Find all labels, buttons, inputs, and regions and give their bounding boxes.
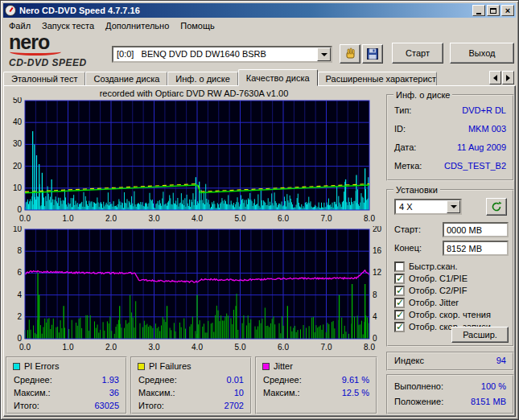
tab-disc-info[interactable]: Инф. о диске: [167, 72, 237, 86]
svg-text:6.0: 6.0: [278, 343, 289, 352]
checkbox-label: Отобр. C1/PIE: [409, 274, 468, 283]
stat-label: Среднее:: [14, 375, 52, 385]
advanced-button[interactable]: Расшир.: [451, 327, 509, 343]
svg-text:10: 10: [13, 226, 23, 233]
stat-label: Итого:: [14, 401, 39, 410]
disc-id-value: MKM 003: [468, 124, 506, 134]
checkbox-show-c2-pif[interactable]: Отобр. C2/PIF: [394, 285, 467, 296]
pi-failures-statbox: PI Failures Среднее:0.01 Максим.:10 Итог…: [130, 356, 252, 414]
scan-end-input[interactable]: [443, 241, 509, 256]
svg-text:7.0: 7.0: [321, 343, 332, 352]
tab-create-disc[interactable]: Создание диска: [85, 72, 167, 86]
stat-value: 12.5 %: [342, 388, 369, 397]
disc-info-label: Дата:: [394, 142, 416, 152]
tab-disc-quality[interactable]: Качество диска: [238, 69, 318, 86]
tab-benchmark[interactable]: Эталонный тест: [3, 72, 85, 86]
index-label: Индекс: [394, 356, 424, 365]
disc-info-label: Метка:: [394, 161, 422, 171]
svg-text:4.0: 4.0: [192, 214, 203, 223]
tab-scroll-right-button[interactable]: [502, 71, 514, 84]
svg-text:2.0: 2.0: [105, 214, 117, 223]
checkbox-box[interactable]: [394, 286, 405, 296]
disc-info-label: Тип:: [394, 105, 411, 115]
stat-value: 0.01: [227, 375, 244, 385]
menu-advanced[interactable]: Дополнительно: [100, 20, 175, 31]
tab-advanced-quality[interactable]: Расширенные характеристики качества дис: [318, 72, 437, 86]
advanced-button-label: Расшир.: [463, 330, 497, 340]
speed-select-dropdown-button[interactable]: [447, 200, 460, 213]
start-button[interactable]: Старт: [392, 43, 443, 64]
titlebar[interactable]: Nero CD-DVD Speed 4.7.7.16 ×: [3, 3, 516, 18]
disc-info-title: Инф. о диске: [393, 90, 452, 100]
exit-button[interactable]: Выход: [450, 43, 514, 64]
svg-text:5.0: 5.0: [235, 214, 246, 223]
maximize-icon: [490, 8, 496, 14]
svg-text:0.0: 0.0: [19, 343, 31, 352]
svg-text:7.0: 7.0: [321, 214, 332, 223]
app-icon[interactable]: [5, 5, 16, 16]
checkbox-show-c1-pie[interactable]: Отобр. C1/PIE: [394, 273, 468, 284]
svg-text:0: 0: [17, 205, 22, 214]
menu-help[interactable]: Помощь: [175, 20, 220, 31]
hand-button[interactable]: [340, 44, 360, 64]
jitter-legend-label: Jitter: [274, 361, 293, 371]
checkbox-box[interactable]: [394, 322, 405, 332]
svg-text:8.0: 8.0: [364, 214, 375, 223]
menu-file[interactable]: Файл: [3, 20, 36, 31]
jitter-legend-swatch: [262, 363, 270, 370]
app-window: Nero CD-DVD Speed 4.7.7.16 × Файл Запуск…: [0, 0, 519, 420]
progress-position-label: Положение:: [394, 397, 443, 406]
tab-scroll-left-button[interactable]: [489, 71, 501, 84]
menu-run-test[interactable]: Запуск теста: [36, 20, 100, 31]
nero-logo: nero CD-DVD SPEED: [9, 33, 107, 70]
pi-errors-statbox: PI Errors Среднее:1.93 Максим.:36 Итого:…: [6, 356, 127, 414]
minimize-button[interactable]: [472, 5, 485, 16]
arrow-right-icon: [506, 75, 510, 81]
stat-value: 9.61 %: [342, 375, 369, 385]
svg-text:1.0: 1.0: [63, 214, 74, 223]
progress-done-value: 100 %: [481, 381, 506, 391]
disc-type-value: DVD+R DL: [462, 105, 506, 115]
close-icon: ×: [505, 6, 510, 14]
progress-done-label: Выполнено:: [394, 381, 443, 391]
svg-text:0: 0: [17, 334, 22, 343]
svg-text:4: 4: [17, 290, 22, 299]
checkbox-box[interactable]: [394, 274, 405, 284]
checkbox-fast-scan[interactable]: Быстр.скан.: [394, 261, 458, 272]
save-button[interactable]: [362, 44, 383, 64]
drive-select-dropdown-button[interactable]: [317, 47, 331, 61]
checkbox-show-jitter[interactable]: Отобр. Jitter: [394, 297, 459, 308]
settings-group: Установки 4 X Старт: Конец: Быстр.скан. …: [386, 189, 514, 347]
refresh-button[interactable]: [486, 198, 507, 216]
chevron-down-icon: [451, 205, 457, 208]
minimize-icon: [476, 13, 481, 14]
start-button-label: Старт: [406, 48, 430, 58]
pie-errors-chart: 010203040500.01.02.03.04.05.06.07.08.0: [4, 97, 384, 224]
stat-label: Максим.:: [14, 388, 51, 397]
stat-label: Максим.:: [263, 388, 300, 397]
checkbox-box[interactable]: [394, 261, 405, 272]
save-icon: [366, 47, 379, 60]
stat-value: 2702: [224, 401, 244, 410]
maximize-button[interactable]: [487, 5, 500, 16]
close-button[interactable]: ×: [501, 5, 514, 16]
index-value: 94: [496, 356, 506, 365]
checkbox-box[interactable]: [394, 298, 405, 308]
checkbox-box[interactable]: [394, 310, 405, 320]
drive-select[interactable]: [0:0] BENQ DVD DD DW1640 BSRB: [112, 46, 332, 63]
pif-legend-swatch: [138, 363, 145, 370]
settings-title: Установки: [393, 185, 440, 195]
progress-position-value: 8151 MB: [471, 397, 506, 406]
stat-value: 10: [234, 388, 244, 397]
svg-text:1.0: 1.0: [63, 343, 74, 352]
disc-info-group: Инф. о диске Тип:DVD+R DL ID:MKM 003 Дат…: [386, 94, 514, 181]
pie-legend-swatch: [13, 363, 20, 370]
nero-logo-swoosh: [10, 48, 61, 56]
checkbox-show-read-speed[interactable]: Отобр. скор. чтения: [394, 309, 491, 320]
disc-date-value: 11 Aug 2009: [457, 142, 506, 152]
disc-label-value: CDS_TEST_B2: [444, 161, 506, 171]
svg-text:12: 12: [373, 268, 382, 277]
scan-start-input[interactable]: [443, 222, 509, 237]
svg-text:5.0: 5.0: [235, 343, 246, 352]
speed-select[interactable]: 4 X: [394, 199, 462, 215]
